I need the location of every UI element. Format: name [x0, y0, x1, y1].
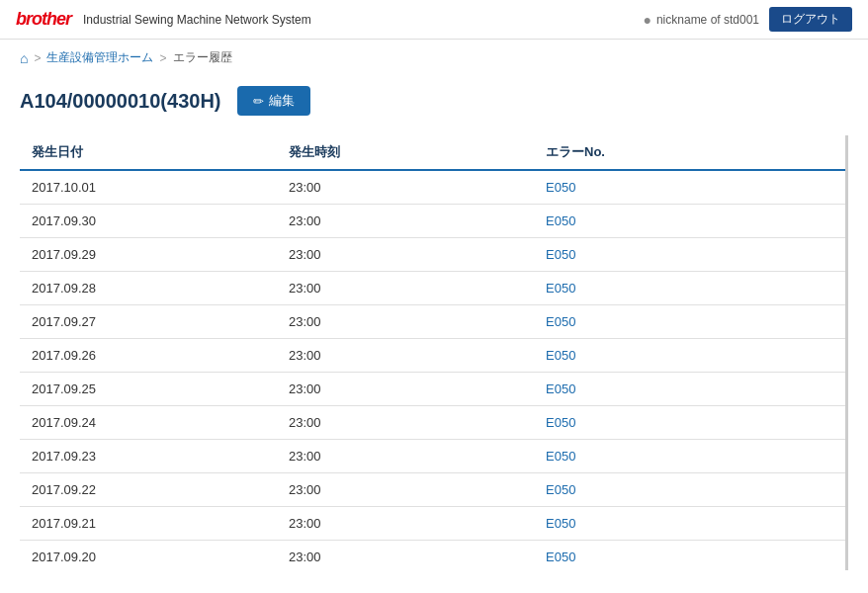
- table-row: 2017.09.2123:00E050: [20, 507, 845, 541]
- user-label: nickname of std001: [656, 13, 759, 27]
- cell-date: 2017.09.25: [20, 373, 277, 406]
- app-header: brother Industrial Sewing Machine Networ…: [0, 0, 868, 40]
- cell-date: 2017.09.23: [20, 440, 277, 473]
- cell-time: 23:00: [277, 170, 534, 205]
- cell-time: 23:00: [277, 373, 534, 406]
- edit-button-label: 編集: [269, 92, 295, 110]
- error-link[interactable]: E050: [546, 415, 575, 430]
- table-row: 2017.10.0123:00E050: [20, 170, 845, 205]
- pencil-icon: ✏: [253, 94, 264, 109]
- error-link[interactable]: E050: [546, 516, 575, 531]
- user-icon: ●: [643, 12, 651, 28]
- cell-error-no: E050: [534, 373, 845, 406]
- col-header-date: 発生日付: [20, 135, 277, 170]
- error-link[interactable]: E050: [546, 281, 575, 296]
- breadcrumb-sep-1: >: [34, 51, 41, 65]
- main-content: A104/00000010(430H) ✏ 編集 発生日付 発生時刻 エラーNo…: [0, 76, 868, 590]
- edit-button[interactable]: ✏ 編集: [237, 86, 310, 116]
- cell-time: 23:00: [277, 238, 534, 272]
- header-right: ● nickname of std001 ログアウト: [643, 7, 852, 32]
- cell-date: 2017.09.22: [20, 473, 277, 507]
- table-row: 2017.09.2523:00E050: [20, 373, 845, 406]
- cell-date: 2017.09.26: [20, 339, 277, 373]
- user-info: ● nickname of std001: [643, 12, 759, 28]
- table-row: 2017.09.2323:00E050: [20, 440, 845, 473]
- table-row: 2017.09.2023:00E050: [20, 541, 845, 571]
- cell-error-no: E050: [534, 440, 845, 473]
- cell-error-no: E050: [534, 339, 845, 373]
- error-link[interactable]: E050: [546, 482, 575, 497]
- error-link[interactable]: E050: [546, 180, 575, 195]
- cell-date: 2017.09.28: [20, 272, 277, 305]
- logout-button[interactable]: ログアウト: [769, 7, 852, 32]
- cell-error-no: E050: [534, 541, 845, 571]
- col-header-time: 発生時刻: [277, 135, 534, 170]
- error-link[interactable]: E050: [546, 247, 575, 262]
- cell-time: 23:00: [277, 205, 534, 238]
- cell-error-no: E050: [534, 406, 845, 440]
- breadcrumb-sep-2: >: [159, 51, 166, 65]
- col-header-error: エラーNo.: [534, 135, 845, 170]
- cell-time: 23:00: [277, 473, 534, 507]
- table-row: 2017.09.2623:00E050: [20, 339, 845, 373]
- cell-time: 23:00: [277, 541, 534, 571]
- cell-error-no: E050: [534, 205, 845, 238]
- error-link[interactable]: E050: [546, 449, 575, 464]
- table-header: 発生日付 発生時刻 エラーNo.: [20, 135, 845, 170]
- cell-date: 2017.09.27: [20, 305, 277, 339]
- table-row: 2017.09.2723:00E050: [20, 305, 845, 339]
- cell-error-no: E050: [534, 170, 845, 205]
- breadcrumb-home-link[interactable]: 生産設備管理ホーム: [46, 49, 153, 66]
- cell-error-no: E050: [534, 473, 845, 507]
- cell-error-no: E050: [534, 272, 845, 305]
- cell-date: 2017.09.29: [20, 238, 277, 272]
- cell-time: 23:00: [277, 507, 534, 541]
- cell-error-no: E050: [534, 305, 845, 339]
- cell-error-no: E050: [534, 238, 845, 272]
- error-link[interactable]: E050: [546, 348, 575, 363]
- home-icon[interactable]: ⌂: [20, 50, 28, 66]
- table-row: 2017.09.3023:00E050: [20, 205, 845, 238]
- cell-time: 23:00: [277, 272, 534, 305]
- cell-error-no: E050: [534, 507, 845, 541]
- cell-date: 2017.09.21: [20, 507, 277, 541]
- header-left: brother Industrial Sewing Machine Networ…: [16, 9, 311, 30]
- breadcrumb: ⌂ > 生産設備管理ホーム > エラー履歴: [0, 40, 868, 76]
- table-row: 2017.09.2923:00E050: [20, 238, 845, 272]
- table-row: 2017.09.2223:00E050: [20, 473, 845, 507]
- error-link[interactable]: E050: [546, 213, 575, 228]
- table-body: 2017.10.0123:00E0502017.09.3023:00E05020…: [20, 170, 845, 570]
- cell-date: 2017.09.30: [20, 205, 277, 238]
- cell-time: 23:00: [277, 406, 534, 440]
- system-title: Industrial Sewing Machine Network System: [83, 13, 311, 27]
- table-row: 2017.09.2823:00E050: [20, 272, 845, 305]
- cell-time: 23:00: [277, 339, 534, 373]
- error-link[interactable]: E050: [546, 314, 575, 329]
- error-history-table: 発生日付 発生時刻 エラーNo. 2017.10.0123:00E0502017…: [20, 135, 845, 570]
- page-title: A104/00000010(430H): [20, 90, 221, 113]
- cell-time: 23:00: [277, 440, 534, 473]
- breadcrumb-current: エラー履歴: [173, 49, 232, 66]
- brand-logo: brother: [16, 9, 71, 30]
- error-link[interactable]: E050: [546, 381, 575, 396]
- cell-date: 2017.09.24: [20, 406, 277, 440]
- table-row: 2017.09.2423:00E050: [20, 406, 845, 440]
- cell-date: 2017.10.01: [20, 170, 277, 205]
- cell-date: 2017.09.20: [20, 541, 277, 571]
- cell-time: 23:00: [277, 305, 534, 339]
- table-container[interactable]: 発生日付 発生時刻 エラーNo. 2017.10.0123:00E0502017…: [20, 135, 848, 570]
- page-title-row: A104/00000010(430H) ✏ 編集: [20, 86, 848, 116]
- error-link[interactable]: E050: [546, 550, 575, 564]
